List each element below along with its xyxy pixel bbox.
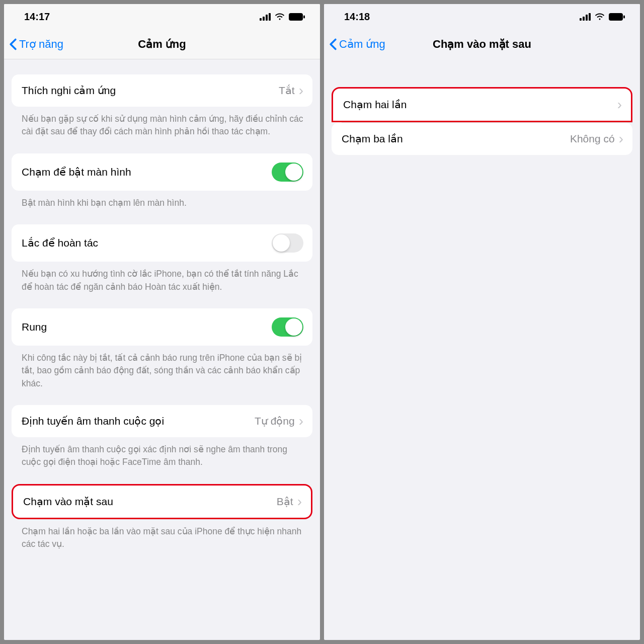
chevron-right-icon: › (299, 414, 303, 428)
status-icons (580, 13, 625, 21)
chevron-right-icon: › (619, 132, 623, 146)
svg-rect-2 (609, 13, 623, 21)
footer-text: Chạm hai lần hoặc ba lần vào mặt sau của… (12, 519, 312, 551)
group-tap-to-wake: Chạm để bật màn hình Bật màn hình khi bạ… (12, 153, 312, 209)
back-label: Cảm ứng (339, 38, 385, 51)
toggle-tap-to-wake[interactable] (272, 163, 303, 182)
status-time: 14:17 (24, 11, 50, 23)
row-back-tap[interactable]: Chạm vào mặt sau Bật› (12, 484, 312, 519)
group-vibration: Rung Khi công tắc này bị tắt, tất cả cản… (12, 308, 312, 390)
footer-text: Nếu bạn có xu hướng tình cờ lắc iPhone, … (12, 262, 312, 293)
row-touch-accommodations[interactable]: Thích nghi cảm ứng Tắt› (12, 74, 312, 107)
group-back-tap: Chạm vào mặt sau Bật› Chạm hai lần hoặc … (12, 484, 312, 551)
svg-rect-1 (303, 15, 305, 18)
row-double-tap[interactable]: Chạm hai lần › (332, 87, 632, 122)
status-icons (260, 13, 305, 21)
back-button[interactable]: Cảm ứng (324, 38, 385, 51)
svg-rect-3 (623, 15, 625, 18)
wifi-icon (274, 13, 285, 21)
group-audio-routing: Định tuyến âm thanh cuộc gọi Tự động› Đị… (12, 405, 312, 469)
svg-rect-0 (289, 13, 303, 21)
chevron-right-icon: › (297, 495, 302, 509)
back-label: Trợ năng (19, 38, 63, 51)
nav-bar: Trợ năng Cảm ứng (4, 29, 320, 59)
row-value: Không có (570, 133, 615, 145)
row-shake-undo[interactable]: Lắc để hoàn tác (12, 224, 312, 262)
toggle-vibration[interactable] (272, 317, 303, 337)
status-bar: 14:17 (4, 4, 320, 29)
nav-bar: Cảm ứng Chạm vào mặt sau (324, 29, 640, 59)
content: Thích nghi cảm ứng Tắt› Nếu bạn gặp sự c… (4, 59, 320, 640)
row-tap-to-wake[interactable]: Chạm để bật màn hình (12, 153, 312, 191)
toggle-shake-undo[interactable] (272, 233, 303, 253)
row-label: Chạm hai lần (343, 99, 613, 111)
group-back-tap-options: Chạm hai lần › Chạm ba lần Không có› (332, 87, 632, 155)
chevron-right-icon: › (617, 98, 622, 112)
row-label: Chạm vào mặt sau (23, 496, 277, 508)
screen-back-tap: 14:18 Cảm ứng Chạm vào mặt sau Chạm hai … (324, 4, 640, 640)
footer-text: Nếu bạn gặp sự cố khi sử dụng màn hình c… (12, 107, 312, 138)
row-label: Lắc để hoàn tác (22, 237, 272, 249)
battery-icon (289, 13, 305, 21)
row-triple-tap[interactable]: Chạm ba lần Không có› (332, 123, 632, 155)
row-value: Bật (277, 496, 293, 508)
back-button[interactable]: Trợ năng (4, 38, 63, 51)
row-audio-routing[interactable]: Định tuyến âm thanh cuộc gọi Tự động› (12, 405, 312, 437)
footer-text: Định tuyến âm thanh cuộc gọi xác định nơ… (12, 437, 312, 469)
row-value: Tự động (255, 415, 295, 427)
row-label: Chạm để bật màn hình (22, 166, 272, 178)
screen-touch-settings: 14:17 Trợ năng Cảm ứng Thích nghi cảm ứn… (4, 4, 320, 640)
footer-text: Bật màn hình khi bạn chạm lên màn hình. (12, 191, 312, 209)
status-time: 14:18 (344, 11, 370, 23)
group-shake-undo: Lắc để hoàn tác Nếu bạn có xu hướng tình… (12, 224, 312, 293)
row-label: Thích nghi cảm ứng (22, 85, 279, 97)
wifi-icon (594, 13, 605, 21)
cellular-icon (580, 13, 591, 21)
cellular-icon (260, 13, 271, 21)
row-value: Tắt (279, 85, 295, 97)
content: Chạm hai lần › Chạm ba lần Không có› (324, 59, 640, 640)
row-vibration[interactable]: Rung (12, 308, 312, 346)
chevron-left-icon (9, 38, 17, 50)
footer-text: Khi công tắc này bị tắt, tất cả cảnh báo… (12, 346, 312, 390)
status-bar: 14:18 (324, 4, 640, 29)
chevron-left-icon (329, 38, 337, 50)
battery-icon (609, 13, 625, 21)
row-label: Định tuyến âm thanh cuộc gọi (22, 415, 255, 427)
chevron-right-icon: › (299, 84, 303, 98)
row-label: Rung (22, 321, 272, 333)
group-touch-adapt: Thích nghi cảm ứng Tắt› Nếu bạn gặp sự c… (12, 74, 312, 138)
row-label: Chạm ba lần (342, 133, 570, 145)
